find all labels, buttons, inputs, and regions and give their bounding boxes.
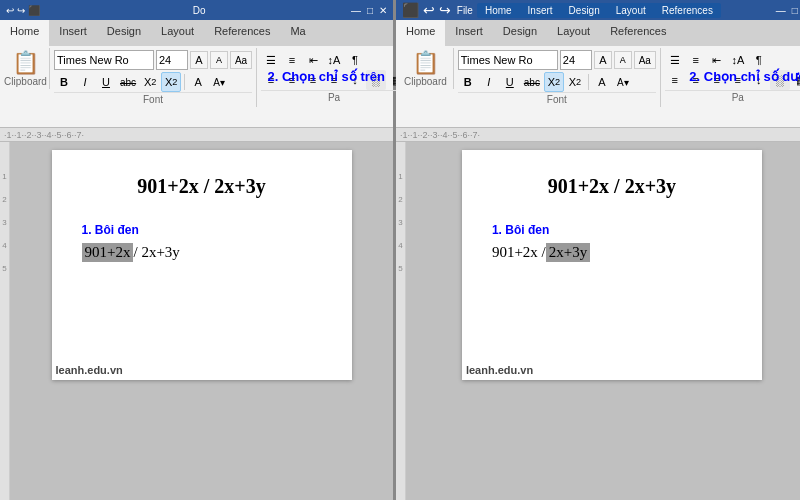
underline-btn-left[interactable]: U [96,72,116,92]
window-left: ↩ ↪ ⬛ Do — □ ✕ Home Insert Design Layout… [0,0,396,500]
list-btn-right[interactable]: ☰ [665,50,685,70]
font-size-input-right[interactable] [560,50,592,70]
tab-home-right[interactable]: Home [396,20,445,46]
tab-design-left[interactable]: Design [97,20,151,46]
right-ribbon: 📋 Clipboard A A Aa B I U [396,46,800,128]
strikethrough-btn-left[interactable]: abc [117,72,139,92]
bold-btn-left[interactable]: B [54,72,74,92]
tab-insert-left[interactable]: Insert [49,20,97,46]
right-titlebar: ⬛ ↩ ↪ File Home Insert Design Layout Ref… [396,0,800,20]
align-left-btn[interactable]: ≡ [261,70,281,90]
tab-ma-left[interactable]: Ma [280,20,315,46]
font-group-label-right: Font [458,92,656,105]
italic-btn-right[interactable]: I [479,72,499,92]
superscript-btn-left[interactable]: X2 [161,72,181,92]
tab-home-left[interactable]: Home [0,20,49,46]
paste-btn-left[interactable]: 📋 [12,50,39,76]
indent-btn-right[interactable]: ⇤ [707,50,727,70]
right-annotation: 1. Bôi đen [487,223,737,237]
clear-format-btn-left[interactable]: Aa [230,51,252,69]
underline-btn-right[interactable]: U [500,72,520,92]
clipboard-group-right: 📋 Clipboard [398,48,454,89]
line-spacing-btn[interactable]: ↕ [345,70,365,90]
align-center-btn-right[interactable]: ≡ [686,70,706,90]
list2-btn-right[interactable]: ≡ [686,50,706,70]
font-size-input-left[interactable] [156,50,188,70]
right-tab-layout-title[interactable]: Layout [608,3,654,18]
align-right-btn[interactable]: ≡ [303,70,323,90]
tab-references-right[interactable]: References [600,20,676,46]
right-title-tabs: Home Insert Design Layout References [477,3,721,18]
strikethrough-btn-right[interactable]: abc [521,72,543,92]
tab-insert-right[interactable]: Insert [445,20,493,46]
right-tab-design-title[interactable]: Design [561,3,608,18]
highlight-btn-right[interactable]: A▾ [613,72,633,92]
font-color-btn-left[interactable]: A [188,72,208,92]
minimize-btn[interactable]: — [351,5,361,16]
left-title-undo[interactable]: ↩ ↪ ⬛ [6,5,40,16]
para-group-label-left: Pa [261,90,407,103]
right-minimize-btn[interactable]: — [776,5,786,16]
window-right: ⬛ ↩ ↪ File Home Insert Design Layout Ref… [396,0,800,500]
tab-design-right[interactable]: Design [493,20,547,46]
font-shrink-btn-left[interactable]: A [210,51,228,69]
left-win-controls: — □ ✕ [351,5,387,16]
sort-btn-right[interactable]: ↕A [728,50,748,70]
left-doc-area: 12345 901+2x / 2x+3y 1. Bôi đen 901+2x /… [0,142,393,500]
align-justify-btn[interactable]: ≡ [324,70,344,90]
font-grow-btn-left[interactable]: A [190,51,208,69]
left-main-formula: 901+2x / 2x+3y [77,175,327,198]
para-mark-btn-right[interactable]: ¶ [749,50,769,70]
left-tab-bar: Home Insert Design Layout References Ma [0,20,393,46]
align-row2-left: ≡ ≡ ≡ ≡ ↕ ░ ▦ [261,70,407,90]
align-right-btn-right[interactable]: ≡ [707,70,727,90]
format-row-left: B I U abc X2 X2 A A▾ [54,72,252,92]
right-tab-insert-title[interactable]: Insert [520,3,561,18]
font-name-input-right[interactable] [458,50,558,70]
font-group-label-left: Font [54,92,252,105]
list-btn-left[interactable]: ☰ [261,50,281,70]
close-btn[interactable]: ✕ [379,5,387,16]
maximize-btn[interactable]: □ [367,5,373,16]
font-color-btn-right[interactable]: A [592,72,612,92]
align-center-btn[interactable]: ≡ [282,70,302,90]
clipboard-group-left: 📋 Clipboard [2,48,50,89]
align-left-btn-right[interactable]: ≡ [665,70,685,90]
right-tab-references-title[interactable]: References [654,3,721,18]
highlight-btn-left[interactable]: A▾ [209,72,229,92]
font-group-left: A A Aa B I U abc X2 X2 A A▾ [50,48,257,107]
divider-right [588,74,589,90]
indent-btn-left[interactable]: ⇤ [303,50,323,70]
subscript-btn-right[interactable]: X2 [544,72,564,92]
list2-btn-left[interactable]: ≡ [282,50,302,70]
clear-format-btn-right[interactable]: Aa [634,51,656,69]
align-row1-right: ☰ ≡ ⇤ ↕A ¶ [665,50,800,70]
right-formula-prefix: 901+2x / [492,244,546,261]
font-grow-btn-right[interactable]: A [594,51,612,69]
right-maximize-btn[interactable]: □ [792,5,798,16]
sort-btn-left[interactable]: ↕A [324,50,344,70]
format-row-right: B I U abc X2 X2 A A▾ [458,72,656,92]
para-mark-btn-left[interactable]: ¶ [345,50,365,70]
align-justify-btn-right[interactable]: ≡ [728,70,748,90]
border-btn-right[interactable]: ▦ [791,70,800,90]
tab-references-left[interactable]: References [204,20,280,46]
left-ribbon: 📋 Clipboard A A Aa B [0,46,393,128]
paste-btn-right[interactable]: 📋 [412,50,439,76]
tab-layout-left[interactable]: Layout [151,20,204,46]
italic-btn-left[interactable]: I [75,72,95,92]
right-ruler: ·1··1··2··3··4··5··6··7· [396,128,800,142]
font-shrink-btn-right[interactable]: A [614,51,632,69]
line-spacing-btn-right[interactable]: ↕ [749,70,769,90]
tab-layout-right[interactable]: Layout [547,20,600,46]
left-page: 901+2x / 2x+3y 1. Bôi đen 901+2x / 2x+3y… [52,150,352,380]
font-row-right: A A Aa [458,50,656,70]
shading-btn-right[interactable]: ░ [770,70,790,90]
right-win-controls: — □ ✕ [776,5,800,16]
superscript-btn-right[interactable]: X2 [565,72,585,92]
font-name-input-left[interactable] [54,50,154,70]
bold-btn-right[interactable]: B [458,72,478,92]
shading-btn[interactable]: ░ [366,70,386,90]
subscript-btn-left[interactable]: X2 [140,72,160,92]
right-tab-home-title[interactable]: Home [477,3,520,18]
